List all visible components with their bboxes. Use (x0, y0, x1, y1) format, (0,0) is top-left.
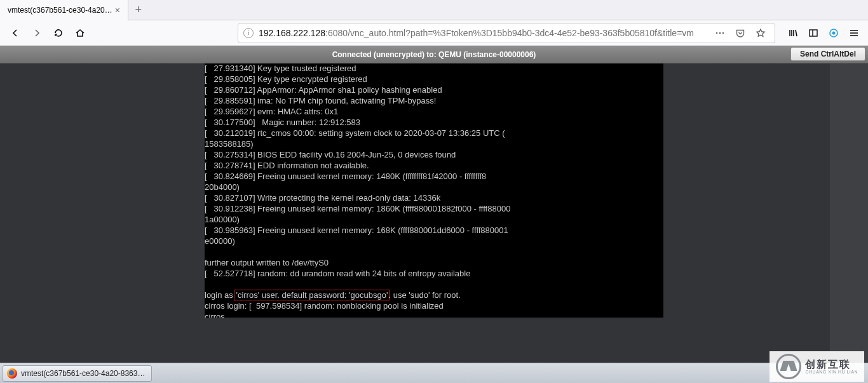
svg-point-0 (716, 32, 718, 34)
url-text: 192.168.222.128:6080/vnc_auto.html?path=… (259, 28, 709, 38)
browser-tab[interactable]: vmtest(c367b561-ce30-4a20… × (0, 0, 128, 20)
close-tab-icon[interactable]: × (112, 5, 123, 15)
vnc-console[interactable]: [ 27.931340] Key type trusted registered… (205, 64, 663, 318)
brand-logo-icon (776, 354, 801, 379)
back-button[interactable] (5, 23, 25, 43)
brand-name-en: CHUANG XIN HU LIAN (805, 370, 858, 374)
library-icon[interactable] (784, 23, 802, 43)
tab-strip: vmtest(c367b561-ce30-4a20… × + (0, 0, 868, 20)
svg-point-2 (722, 32, 724, 34)
firefox-icon (7, 368, 17, 379)
bookmark-star-icon[interactable] (752, 23, 770, 43)
menu-icon[interactable] (845, 23, 863, 43)
taskbar-item-label: vmtest(c367b561-ce30-4a20-8363… (21, 369, 145, 378)
taskbar-item[interactable]: vmtest(c367b561-ce30-4a20-8363… (3, 365, 152, 382)
reload-button[interactable] (48, 23, 69, 43)
send-ctrl-alt-del-button[interactable]: Send CtrlAltDel (790, 47, 865, 61)
svg-rect-3 (810, 30, 817, 36)
new-tab-button[interactable]: + (128, 0, 149, 20)
console-highlight: 'cirros' user. default password: 'gocubs… (234, 290, 390, 300)
tab-title: vmtest(c367b561-ce30-4a20… (8, 6, 112, 15)
brand-watermark: 创新互联 CHUANG XIN HU LIAN (770, 351, 864, 382)
extension-icon[interactable] (825, 23, 843, 43)
svg-point-5 (832, 31, 836, 34)
url-bar[interactable]: i 192.168.222.128:6080/vnc_auto.html?pat… (238, 23, 775, 43)
pocket-icon[interactable] (731, 23, 749, 43)
site-info-icon[interactable]: i (243, 28, 254, 38)
vnc-status-text: Connected (unencrypted) to: QEMU (instan… (332, 50, 536, 59)
vnc-status-bar: Connected (unencrypted) to: QEMU (instan… (0, 46, 868, 64)
brand-name-cn: 创新互联 (805, 359, 858, 370)
page-actions-icon[interactable] (711, 23, 729, 43)
console-output: [ 27.931340] Key type trusted registered… (205, 64, 510, 300)
svg-point-1 (719, 32, 721, 34)
home-button[interactable] (70, 23, 90, 43)
content-area: Connected (unencrypted) to: QEMU (instan… (0, 46, 868, 363)
taskbar: vmtest(c367b561-ce30-4a20-8363… (0, 363, 868, 383)
nav-bar: i 192.168.222.128:6080/vnc_auto.html?pat… (0, 20, 868, 46)
forward-button (27, 23, 47, 43)
sidebar-icon[interactable] (804, 23, 822, 43)
